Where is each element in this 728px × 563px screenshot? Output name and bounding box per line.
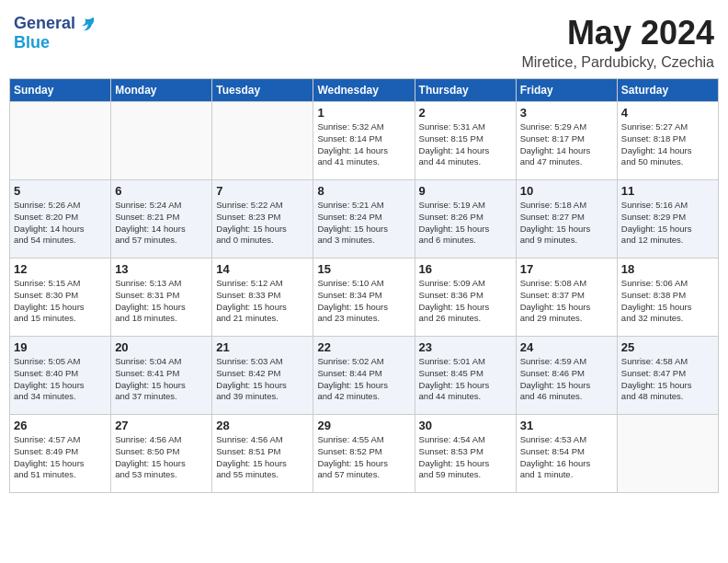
day-info: Sunrise: 5:21 AM Sunset: 8:24 PM Dayligh… bbox=[317, 200, 410, 247]
day-number: 4 bbox=[621, 106, 714, 120]
day-number: 28 bbox=[216, 419, 309, 432]
calendar-cell: 31Sunrise: 4:53 AM Sunset: 8:54 PM Dayli… bbox=[516, 415, 617, 493]
calendar-cell: 19Sunrise: 5:05 AM Sunset: 8:40 PM Dayli… bbox=[10, 337, 111, 415]
day-number: 7 bbox=[216, 184, 309, 198]
calendar-cell: 6Sunrise: 5:24 AM Sunset: 8:21 PM Daylig… bbox=[111, 180, 212, 259]
day-info: Sunrise: 4:59 AM Sunset: 8:46 PM Dayligh… bbox=[520, 356, 613, 403]
calendar-cell: 29Sunrise: 4:55 AM Sunset: 8:52 PM Dayli… bbox=[313, 415, 415, 493]
calendar-week-4: 19Sunrise: 5:05 AM Sunset: 8:40 PM Dayli… bbox=[10, 337, 719, 415]
calendar-cell: 27Sunrise: 4:56 AM Sunset: 8:50 PM Dayli… bbox=[111, 415, 212, 493]
calendar-cell: 23Sunrise: 5:01 AM Sunset: 8:45 PM Dayli… bbox=[415, 337, 516, 415]
calendar-cell: 24Sunrise: 4:59 AM Sunset: 8:46 PM Dayli… bbox=[516, 337, 617, 415]
calendar-cell: 5Sunrise: 5:26 AM Sunset: 8:20 PM Daylig… bbox=[10, 180, 111, 259]
day-info: Sunrise: 5:10 AM Sunset: 8:34 PM Dayligh… bbox=[317, 278, 410, 325]
calendar-header-row: Sunday Monday Tuesday Wednesday Thursday… bbox=[10, 79, 719, 102]
logo-blue-text: Blue bbox=[14, 33, 50, 52]
day-number: 19 bbox=[14, 340, 107, 354]
day-number: 26 bbox=[14, 419, 107, 432]
header-wednesday: Wednesday bbox=[313, 79, 415, 102]
calendar-cell: 9Sunrise: 5:19 AM Sunset: 8:26 PM Daylig… bbox=[415, 180, 516, 259]
calendar-week-3: 12Sunrise: 5:15 AM Sunset: 8:30 PM Dayli… bbox=[10, 259, 719, 337]
day-number: 29 bbox=[317, 419, 410, 432]
calendar-cell bbox=[10, 102, 111, 180]
calendar-cell: 28Sunrise: 4:56 AM Sunset: 8:51 PM Dayli… bbox=[212, 415, 313, 493]
day-number: 13 bbox=[115, 262, 208, 276]
day-info: Sunrise: 5:09 AM Sunset: 8:36 PM Dayligh… bbox=[419, 278, 512, 325]
day-info: Sunrise: 5:31 AM Sunset: 8:15 PM Dayligh… bbox=[419, 121, 512, 168]
day-info: Sunrise: 5:05 AM Sunset: 8:40 PM Dayligh… bbox=[14, 356, 107, 403]
calendar-cell: 17Sunrise: 5:08 AM Sunset: 8:37 PM Dayli… bbox=[516, 259, 617, 337]
day-info: Sunrise: 4:58 AM Sunset: 8:47 PM Dayligh… bbox=[621, 356, 714, 403]
day-number: 17 bbox=[520, 262, 613, 276]
day-info: Sunrise: 5:24 AM Sunset: 8:21 PM Dayligh… bbox=[115, 200, 208, 247]
calendar-cell: 12Sunrise: 5:15 AM Sunset: 8:30 PM Dayli… bbox=[10, 259, 111, 337]
calendar-cell bbox=[617, 415, 718, 493]
calendar-cell: 18Sunrise: 5:06 AM Sunset: 8:38 PM Dayli… bbox=[617, 259, 718, 337]
day-number: 31 bbox=[520, 419, 613, 432]
calendar-week-2: 5Sunrise: 5:26 AM Sunset: 8:20 PM Daylig… bbox=[10, 180, 719, 259]
calendar-week-1: 1Sunrise: 5:32 AM Sunset: 8:14 PM Daylig… bbox=[10, 102, 719, 180]
day-number: 2 bbox=[419, 106, 512, 120]
location-subtitle: Miretice, Pardubicky, Czechia bbox=[521, 54, 714, 71]
calendar-cell: 3Sunrise: 5:29 AM Sunset: 8:17 PM Daylig… bbox=[516, 102, 617, 180]
day-info: Sunrise: 4:56 AM Sunset: 8:51 PM Dayligh… bbox=[216, 434, 309, 481]
day-info: Sunrise: 5:03 AM Sunset: 8:42 PM Dayligh… bbox=[216, 356, 309, 403]
header-friday: Friday bbox=[516, 79, 617, 102]
calendar-cell: 20Sunrise: 5:04 AM Sunset: 8:41 PM Dayli… bbox=[111, 337, 212, 415]
day-info: Sunrise: 5:22 AM Sunset: 8:23 PM Dayligh… bbox=[216, 200, 309, 247]
day-info: Sunrise: 4:54 AM Sunset: 8:53 PM Dayligh… bbox=[419, 434, 512, 481]
day-info: Sunrise: 4:55 AM Sunset: 8:52 PM Dayligh… bbox=[317, 434, 410, 481]
header-thursday: Thursday bbox=[415, 79, 516, 102]
calendar-cell: 10Sunrise: 5:18 AM Sunset: 8:27 PM Dayli… bbox=[516, 180, 617, 259]
day-info: Sunrise: 5:13 AM Sunset: 8:31 PM Dayligh… bbox=[115, 278, 208, 325]
day-info: Sunrise: 5:02 AM Sunset: 8:44 PM Dayligh… bbox=[317, 356, 410, 403]
day-info: Sunrise: 5:08 AM Sunset: 8:37 PM Dayligh… bbox=[520, 278, 613, 325]
day-number: 14 bbox=[216, 262, 309, 276]
day-info: Sunrise: 4:56 AM Sunset: 8:50 PM Dayligh… bbox=[115, 434, 208, 481]
day-info: Sunrise: 5:32 AM Sunset: 8:14 PM Dayligh… bbox=[317, 121, 410, 168]
day-info: Sunrise: 5:26 AM Sunset: 8:20 PM Dayligh… bbox=[14, 200, 107, 247]
month-title: May 2024 bbox=[521, 14, 714, 52]
day-number: 22 bbox=[317, 340, 410, 354]
day-number: 6 bbox=[115, 184, 208, 198]
day-number: 24 bbox=[520, 340, 613, 354]
day-number: 21 bbox=[216, 340, 309, 354]
day-number: 8 bbox=[317, 184, 410, 198]
day-number: 1 bbox=[317, 106, 410, 120]
day-number: 11 bbox=[621, 184, 714, 198]
logo-general-text: General bbox=[14, 14, 75, 33]
calendar-cell: 14Sunrise: 5:12 AM Sunset: 8:33 PM Dayli… bbox=[212, 259, 313, 337]
day-number: 20 bbox=[115, 340, 208, 354]
day-info: Sunrise: 5:16 AM Sunset: 8:29 PM Dayligh… bbox=[621, 200, 714, 247]
header-tuesday: Tuesday bbox=[212, 79, 313, 102]
calendar-cell: 16Sunrise: 5:09 AM Sunset: 8:36 PM Dayli… bbox=[415, 259, 516, 337]
calendar-cell: 22Sunrise: 5:02 AM Sunset: 8:44 PM Dayli… bbox=[313, 337, 415, 415]
calendar-cell: 25Sunrise: 4:58 AM Sunset: 8:47 PM Dayli… bbox=[617, 337, 718, 415]
day-info: Sunrise: 4:57 AM Sunset: 8:49 PM Dayligh… bbox=[14, 434, 107, 481]
calendar-cell: 7Sunrise: 5:22 AM Sunset: 8:23 PM Daylig… bbox=[212, 180, 313, 259]
calendar-cell: 4Sunrise: 5:27 AM Sunset: 8:18 PM Daylig… bbox=[617, 102, 718, 180]
day-number: 18 bbox=[621, 262, 714, 276]
day-info: Sunrise: 4:53 AM Sunset: 8:54 PM Dayligh… bbox=[520, 434, 613, 481]
day-info: Sunrise: 5:04 AM Sunset: 8:41 PM Dayligh… bbox=[115, 356, 208, 403]
day-info: Sunrise: 5:18 AM Sunset: 8:27 PM Dayligh… bbox=[520, 200, 613, 247]
title-area: May 2024 Miretice, Pardubicky, Czechia bbox=[521, 14, 714, 71]
day-info: Sunrise: 5:29 AM Sunset: 8:17 PM Dayligh… bbox=[520, 121, 613, 168]
day-info: Sunrise: 5:19 AM Sunset: 8:26 PM Dayligh… bbox=[419, 200, 512, 247]
calendar-cell bbox=[111, 102, 212, 180]
day-info: Sunrise: 5:15 AM Sunset: 8:30 PM Dayligh… bbox=[14, 278, 107, 325]
day-number: 5 bbox=[14, 184, 107, 198]
calendar-cell: 15Sunrise: 5:10 AM Sunset: 8:34 PM Dayli… bbox=[313, 259, 415, 337]
logo-bird-icon bbox=[77, 15, 96, 33]
day-number: 23 bbox=[419, 340, 512, 354]
day-number: 15 bbox=[317, 262, 410, 276]
calendar-cell: 8Sunrise: 5:21 AM Sunset: 8:24 PM Daylig… bbox=[313, 180, 415, 259]
page-header: General Blue May 2024 Miretice, Pardubic… bbox=[9, 9, 719, 71]
header-saturday: Saturday bbox=[617, 79, 718, 102]
calendar-cell bbox=[212, 102, 313, 180]
calendar-table: Sunday Monday Tuesday Wednesday Thursday… bbox=[9, 78, 719, 493]
calendar-cell: 2Sunrise: 5:31 AM Sunset: 8:15 PM Daylig… bbox=[415, 102, 516, 180]
calendar-week-5: 26Sunrise: 4:57 AM Sunset: 8:49 PM Dayli… bbox=[10, 415, 719, 493]
logo: General Blue bbox=[14, 14, 96, 52]
day-number: 3 bbox=[520, 106, 613, 120]
